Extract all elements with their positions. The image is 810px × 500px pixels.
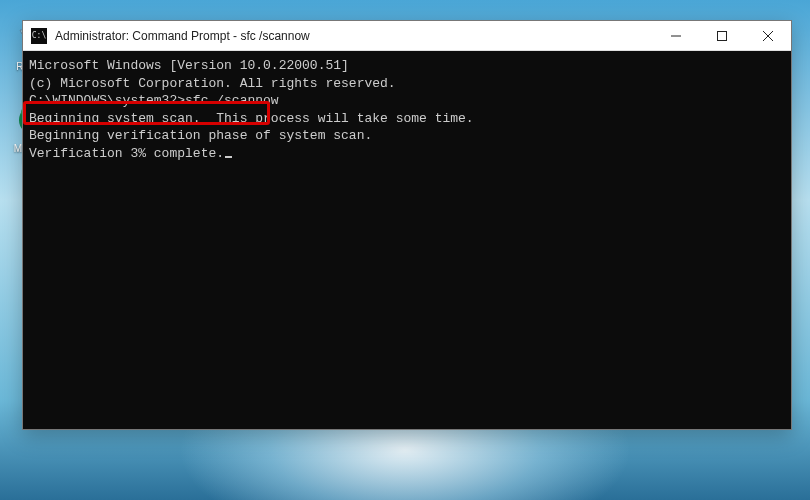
maximize-button[interactable] [699, 21, 745, 51]
terminal-cursor [225, 156, 232, 158]
close-button[interactable] [745, 21, 791, 51]
minimize-button[interactable] [653, 21, 699, 51]
window-controls [653, 21, 791, 51]
cmd-icon: C:\ [31, 28, 47, 44]
terminal-output[interactable]: Microsoft Windows [Version 10.0.22000.51… [23, 51, 791, 429]
terminal-line: Beginning verification phase of system s… [23, 127, 791, 145]
terminal-line: Microsoft Windows [Version 10.0.22000.51… [23, 57, 791, 75]
terminal-line: Beginning system scan. This process will… [23, 110, 791, 128]
window-titlebar[interactable]: C:\ Administrator: Command Prompt - sfc … [23, 21, 791, 51]
command-prompt-window: C:\ Administrator: Command Prompt - sfc … [22, 20, 792, 430]
terminal-line: (c) Microsoft Corporation. All rights re… [23, 75, 791, 93]
svg-rect-3 [718, 31, 727, 40]
window-title: Administrator: Command Prompt - sfc /sca… [55, 29, 653, 43]
terminal-progress-line: Verification 3% complete. [23, 145, 791, 163]
terminal-prompt-line: C:\WINDOWS\system32>sfc /scannow [23, 92, 791, 110]
